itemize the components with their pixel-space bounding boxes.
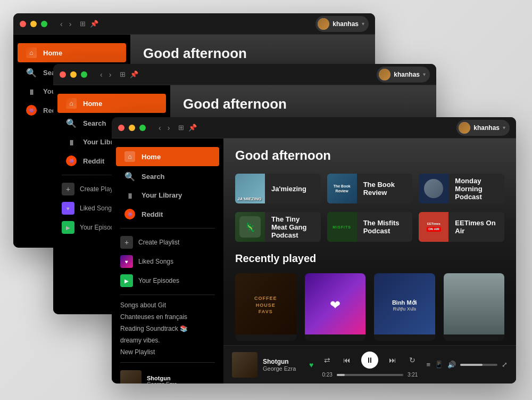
playlist-chanteuses[interactable]: Chanteuses en français [112, 311, 223, 323]
forward-arrow-1[interactable]: › [67, 19, 74, 29]
sidebar-item-search-3[interactable]: 🔍 Search [116, 167, 219, 186]
card-misfits-3[interactable]: MISFITS The Misfits Podcast [327, 212, 413, 242]
card-thumb-book-3: The BookReview [327, 174, 357, 203]
close-btn-2[interactable] [60, 71, 66, 78]
card-bookreview-3[interactable]: The BookReview The Book Review [327, 174, 413, 203]
back-arrow-3[interactable]: ‹ [156, 123, 163, 133]
create-playlist-3[interactable]: + Create Playlist [112, 233, 223, 252]
pin-icon-1: 📌 [90, 20, 98, 28]
forward-arrow-3[interactable]: › [165, 123, 172, 133]
player-bar: Shotgun George Ezra ♥ ⇄ ⏮ ⏸ ⏭ ↻ 0:23 [223, 345, 516, 383]
liked-songs-visual: ❤ [305, 273, 366, 334]
reddit-icon-2: 👾 [66, 156, 77, 166]
nav-arrows-2: ‹ › [98, 69, 113, 80]
queue-btn[interactable]: ≡ [426, 361, 430, 369]
volume-icon[interactable]: 🔊 [447, 361, 456, 369]
playlist-songs-git[interactable]: Songs about Git [112, 299, 223, 311]
sidebar-divider-3c [120, 362, 215, 363]
maximize-btn-3[interactable] [139, 125, 146, 131]
binh-text: Bình Mới Rượu Xưa [392, 299, 417, 312]
playlist-reading[interactable]: Reading Soundtrack 📚 [112, 323, 223, 334]
user-badge-1[interactable]: khanhas ▾ [315, 16, 369, 32]
volume-bar[interactable] [460, 364, 497, 366]
shotgun-track[interactable]: Shotgun George Ezra [112, 367, 223, 383]
recent-forest[interactable] [444, 273, 505, 341]
close-btn-1[interactable] [20, 21, 26, 27]
time-current: 0:23 [322, 372, 332, 378]
card-jamiezing-3[interactable]: JA'MIEZING Ja'miezing [235, 174, 321, 203]
shuffle-btn[interactable]: ⇄ [322, 354, 332, 366]
playlist-new[interactable]: New Playlist [112, 346, 223, 358]
sidebar-item-home-2[interactable]: ⌂ Home [57, 94, 166, 113]
user-badge-2[interactable]: khanhas ▾ [377, 67, 430, 83]
home-label-1: Home [43, 49, 62, 57]
home-label-3: Home [142, 153, 161, 161]
library-label-3: Your Library [142, 191, 182, 199]
repeat-btn[interactable]: ↻ [407, 354, 418, 366]
recent-thumb-coffee: COFFEEHOUSEFAVS [235, 273, 296, 334]
card-label-mis-3: The Misfits Podcast [363, 219, 413, 235]
username-2: khanhas [394, 71, 420, 78]
sidebar-item-library-3[interactable]: ||| Your Library [116, 187, 219, 203]
progress-bar[interactable] [337, 374, 403, 376]
maximize-btn-2[interactable] [81, 71, 87, 78]
fullscreen-btn[interactable]: ⤢ [502, 361, 508, 369]
grid-icon-1: ⊞ [80, 20, 86, 28]
library-icon-1: ||| [26, 88, 37, 95]
heart-icon[interactable]: ♥ [309, 361, 313, 369]
recent-coffeehouse[interactable]: COFFEEHOUSEFAVS [235, 273, 296, 341]
forward-arrow-2[interactable]: › [107, 69, 114, 80]
grid-icon-3: ⊞ [178, 124, 184, 132]
monday-avatar [424, 179, 443, 198]
search-icon-2: 🔍 [66, 118, 77, 128]
card-thumb-eet-3: EETimes ON AIR [419, 212, 448, 242]
back-arrow-2[interactable]: ‹ [98, 69, 105, 80]
reddit-label-3: Reddit [142, 210, 163, 218]
minimize-btn-1[interactable] [30, 21, 37, 27]
search-label-3: Search [142, 173, 164, 181]
episodes-icon-2: ▶ [62, 221, 74, 234]
home-icon-2: ⌂ [66, 98, 77, 109]
recent-img-coffee: COFFEEHOUSEFAVS [235, 273, 296, 334]
window-front: ‹ › ⊞ 📌 khanhas ▾ ⌂ Home 🔍 Search [112, 117, 516, 383]
player-track-info: Shotgun George Ezra ♥ [232, 352, 313, 378]
recent-liked[interactable]: ❤ [305, 273, 366, 341]
forest-visual [444, 273, 505, 334]
user-badge-3[interactable]: khanhas ▾ [456, 120, 510, 136]
back-arrow-1[interactable]: ‹ [58, 19, 65, 29]
search-label-2: Search [83, 119, 106, 127]
episodes-icon-3: ▶ [120, 274, 133, 287]
titlebar-3: ‹ › ⊞ 📌 khanhas ▾ [112, 117, 516, 138]
card-monday-3[interactable]: Monday Morning Podcast [419, 174, 504, 203]
device-btn[interactable]: 📱 [435, 361, 443, 369]
card-thumb-jam-3: JA'MIEZING [235, 174, 265, 203]
play-pause-btn[interactable]: ⏸ [361, 352, 378, 369]
liked-songs-label-3: Liked Songs [138, 258, 173, 265]
sidebar-item-home-1[interactable]: ⌂ Home [18, 43, 126, 62]
minimize-btn-2[interactable] [70, 71, 77, 78]
time-total: 3:21 [408, 372, 418, 378]
card-eetimes-3[interactable]: EETimes ON AIR EETimes On Air [419, 212, 504, 242]
player-controls: ⇄ ⏮ ⏸ ⏭ ↻ 0:23 3:21 [322, 352, 418, 378]
recent-binhmoi[interactable]: Bình Mới Rượu Xưa [374, 273, 435, 341]
sidebar-item-home-3[interactable]: ⌂ Home [116, 147, 219, 166]
card-tinymeat-3[interactable]: 🦎 The Tiny Meat Gang Podcast [235, 212, 321, 242]
nav-controls-1: ⊞ 📌 [80, 20, 98, 28]
prev-btn[interactable]: ⏮ [341, 354, 353, 366]
maximize-btn-1[interactable] [41, 21, 47, 27]
username-1: khanhas [332, 20, 359, 28]
reddit-icon-1: 👾 [26, 105, 37, 116]
progress-row: 0:23 3:21 [322, 372, 418, 378]
sidebar-item-reddit-3[interactable]: 👾 Reddit [116, 205, 219, 224]
close-btn-3[interactable] [118, 125, 124, 131]
your-episodes-3[interactable]: ▶ Your Episodes [112, 271, 223, 290]
greeting-1: Good afternoon [143, 45, 362, 62]
minimize-btn-3[interactable] [129, 125, 135, 131]
nav-controls-3: ⊞ 📌 [178, 124, 197, 132]
recent-img-liked: ❤ [305, 273, 366, 334]
playlist-dreamy[interactable]: dreamy vibes. [112, 334, 223, 346]
sidebar-3: ⌂ Home 🔍 Search ||| Your Library 👾 Reddi… [112, 138, 223, 383]
sidebar-divider-3a [120, 228, 215, 228]
next-btn[interactable]: ⏭ [387, 354, 398, 366]
liked-songs-3[interactable]: ♥ Liked Songs [112, 252, 223, 271]
